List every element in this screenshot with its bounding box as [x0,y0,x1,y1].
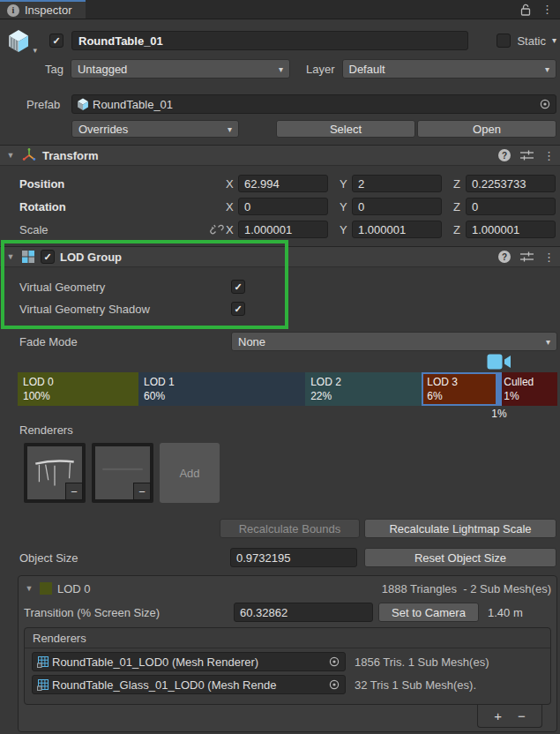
lod0-panel: ▼ LOD 0 1888 Triangles - 2 Sub Mesh(es) … [18,575,557,732]
lod-group-header: ▼ ✓ LOD Group ? ⋮ [0,246,560,267]
transform-header: ▼ Transform ? ⋮ [0,145,560,166]
renderers-label: Renderers [19,423,560,438]
recalculate-bounds-button: Recalculate Bounds [220,519,360,538]
mesh-renderer-icon [37,679,49,691]
help-icon[interactable]: ? [498,149,511,161]
renderer-stats: 32 Tris 1 Sub Mesh(es). [355,678,476,692]
presets-icon[interactable] [520,150,534,161]
object-picker-icon[interactable] [328,655,340,668]
lod-segment-culled[interactable]: Culled1% [498,372,557,406]
virtual-geometry-checkbox[interactable]: ✓ [231,280,245,294]
icon-picker-caret[interactable]: ▾ [33,46,37,55]
unlink-icon[interactable] [208,223,226,236]
lod-bar: LOD 0100% LOD 160% LOD 222% LOD 36% Cull… [18,372,557,406]
object-size-label: Object Size [19,551,230,565]
tab-bar: i Inspector ⋮ [0,0,560,19]
rotation-x-field[interactable]: 0 [238,198,328,215]
static-dropdown-caret[interactable]: ▾ [552,36,556,45]
scale-x-field[interactable]: 1.000001 [238,221,328,238]
prefab-label: Prefab [26,98,66,111]
object-picker-icon[interactable] [328,678,340,691]
inspector-window: i Inspector ⋮ ▾ ✓ [0,0,560,734]
renderer-object-field[interactable]: RoundTable_Glass_01_LOD0 (Mesh Rende [32,675,346,694]
active-checkbox[interactable]: ✓ [49,34,63,48]
object-size-field[interactable]: 0.9732195 [230,548,357,567]
rotation-z-field[interactable]: 0 [466,198,556,215]
camera-playhead[interactable] [496,372,502,406]
position-y-field[interactable]: 2 [352,175,442,192]
static-label: Static [517,34,546,48]
help-icon[interactable]: ? [498,251,511,263]
fade-mode-dropdown[interactable]: None ▾ [231,332,557,351]
add-button[interactable]: + [494,708,502,723]
lod-segment-1[interactable]: LOD 160% [138,372,305,406]
renderer-list-footer: + − [477,705,542,728]
fade-mode-label: Fade Mode [19,335,231,348]
add-renderer-button[interactable]: Add [160,443,220,503]
lod-segment-3[interactable]: LOD 36% [422,372,498,406]
transform-icon [21,147,37,163]
set-to-camera-button[interactable]: Set to Camera [378,603,479,622]
scale-y-field[interactable]: 1.000001 [352,221,442,238]
mesh-renderer-icon [37,656,49,668]
remove-button[interactable]: − [518,708,526,723]
info-icon: i [7,4,19,17]
position-z-field[interactable]: 0.2253733 [466,175,556,192]
rotation-y-field[interactable]: 0 [352,198,442,215]
static-checkbox[interactable] [497,34,511,48]
tab-inspector[interactable]: i Inspector [0,0,86,19]
rotation-label: Rotation [19,200,208,213]
overrides-dropdown[interactable]: Overrides ▾ [71,120,239,138]
lod-group-enabled-checkbox[interactable]: ✓ [41,250,55,264]
remove-renderer-button[interactable]: − [133,483,151,500]
transition-label: Transition (% Screen Size) [24,606,234,619]
renderer-thumbnail[interactable]: − [24,443,86,503]
tab-title: Inspector [25,4,71,17]
tag-dropdown[interactable]: Untagged ▾ [71,59,290,79]
lod-segment-2[interactable]: LOD 222% [305,372,422,406]
recalculate-lightmap-button[interactable]: Recalculate Lightmap Scale [364,519,556,538]
foldout-icon[interactable]: ▼ [24,584,34,593]
component-menu-icon[interactable]: ⋮ [543,251,555,263]
component-menu-icon[interactable]: ⋮ [543,150,555,161]
remove-renderer-button[interactable]: − [65,483,83,500]
gameobject-header: ▾ ✓ RoundTable_01 Static ▾ Tag Untagged … [0,30,560,145]
transform-title: Transform [42,149,99,162]
open-button[interactable]: Open [417,120,556,138]
reset-object-size-button[interactable]: Reset Object Size [364,548,556,567]
chevron-down-icon: ▾ [546,337,550,347]
select-button[interactable]: Select [276,120,415,138]
layer-dropdown[interactable]: Default ▾ [342,59,557,79]
presets-icon[interactable] [520,251,534,262]
camera-position-percent: 1% [482,408,517,420]
virtual-geometry-shadow-label: Virtual Geometry Shadow [19,303,231,316]
prefab-mini-cube-icon [77,98,89,110]
scale-label: Scale [19,223,208,236]
lock-icon[interactable] [520,4,531,16]
virtual-geometry-label: Virtual Geometry [19,281,231,294]
foldout-icon[interactable]: ▼ [5,252,16,261]
chevron-down-icon: ▾ [545,64,549,74]
lod0-color-swatch [40,582,52,595]
position-label: Position [19,177,208,191]
transition-field[interactable]: 60.32862 [234,603,373,622]
prefab-object-field[interactable]: RoundTable_01 [71,94,556,114]
position-x-field[interactable]: 62.994 [238,175,328,192]
foldout-icon[interactable]: ▼ [5,151,16,160]
name-field[interactable]: RoundTable_01 [71,31,468,50]
camera-icon[interactable] [487,352,511,372]
renderer-thumbnails: − − Add [24,443,560,503]
lod-segment-0[interactable]: LOD 0100% [18,372,138,406]
window-menu-icon[interactable]: ⋮ [541,4,553,15]
camera-distance: 1.40 m [488,606,523,619]
object-picker-icon[interactable] [539,98,551,110]
renderer-object-field[interactable]: RoundTable_01_LOD0 (Mesh Renderer) [32,652,346,671]
lod-group-body: Virtual Geometry ✓ Virtual Geometry Shad… [0,279,560,734]
renderer-row: RoundTable_01_LOD0 (Mesh Renderer) 1856 … [30,652,545,671]
prefab-cube-icon[interactable]: ▾ [7,29,30,52]
renderer-thumbnail[interactable]: − [92,443,153,503]
virtual-geometry-shadow-checkbox[interactable]: ✓ [231,302,245,316]
tag-label: Tag [45,63,63,76]
scale-z-field[interactable]: 1.000001 [466,221,556,238]
renderer-stats: 1856 Tris. 1 Sub Mesh(es) [355,655,489,669]
